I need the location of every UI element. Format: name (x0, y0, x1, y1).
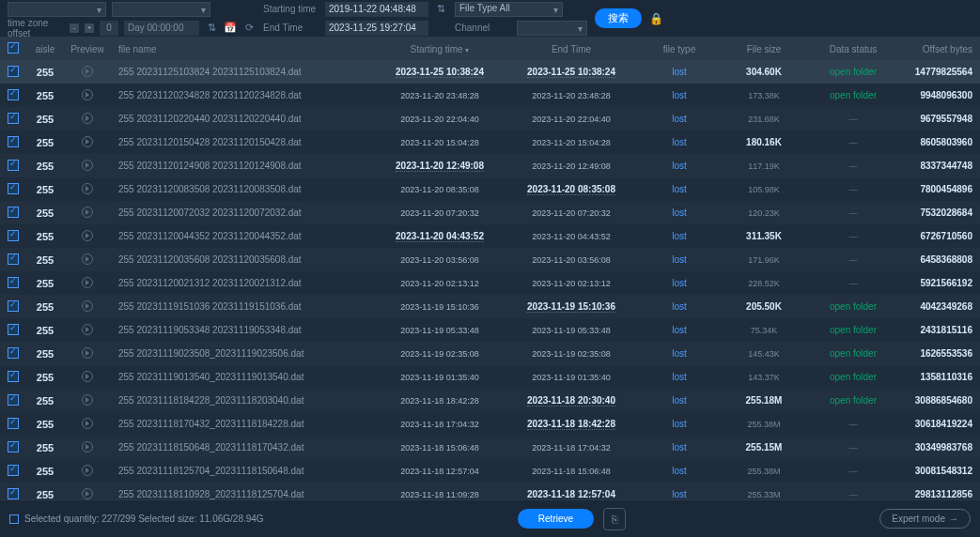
file-name: 255 20231118150648_20231118170432.dat (118, 442, 303, 453)
table-row[interactable]: 255255 20231120035608 20231120035608.dat… (0, 248, 980, 271)
export-icon-button[interactable]: ⎘ (603, 508, 626, 530)
start-time-input[interactable] (325, 2, 428, 17)
row-checkbox[interactable] (8, 183, 19, 194)
table-row[interactable]: 255255 20231120021312 20231120021312.dat… (0, 271, 980, 295)
play-icon[interactable] (82, 183, 93, 194)
expert-mode-button[interactable]: Expert mode→ (879, 509, 971, 529)
header-preview[interactable]: Preview (64, 44, 111, 54)
row-checkbox[interactable] (8, 277, 19, 288)
table-row[interactable]: 255255 20231125103824 20231125103824.dat… (0, 60, 980, 84)
table-row[interactable]: 255255 20231120083508 20231120083508.dat… (0, 177, 980, 201)
play-icon[interactable] (82, 136, 93, 147)
play-icon[interactable] (82, 253, 93, 265)
row-checkbox[interactable] (8, 160, 19, 171)
row-checkbox[interactable] (8, 300, 19, 312)
row-checkbox[interactable] (8, 465, 19, 476)
file-name: 255 20231120083508 20231120083508.dat (118, 184, 302, 194)
table-row[interactable]: 255255 20231120150428 20231120150428.dat… (0, 130, 980, 154)
spinner-icon[interactable]: ⇅ (434, 3, 447, 16)
row-checkbox[interactable] (8, 394, 19, 406)
end-time-input[interactable] (325, 21, 428, 36)
channel-select-2[interactable]: ▾ (112, 2, 210, 17)
header-filename[interactable]: file name (111, 44, 374, 54)
open-folder-link[interactable]: open folder (830, 395, 877, 406)
table-row[interactable]: 255255 20231119151036 20231119151036.dat… (0, 295, 980, 318)
open-folder-link[interactable]: open folder (830, 67, 877, 77)
start-time-value: 2023-11-18 11:09:28 (400, 490, 479, 499)
table-row[interactable]: 255255 20231120072032 20231120072032.dat… (0, 201, 980, 224)
play-icon[interactable] (82, 277, 93, 288)
table-row[interactable]: 255255 20231118184228_20231118203040.dat… (0, 389, 980, 412)
lock-icon[interactable]: 🔒 (649, 12, 663, 25)
play-icon[interactable] (82, 324, 93, 335)
play-icon[interactable] (82, 300, 93, 312)
header-aisle[interactable]: aisle (26, 44, 64, 54)
select-all-checkbox[interactable] (8, 42, 19, 54)
row-checkbox[interactable] (8, 488, 19, 499)
play-icon[interactable] (82, 347, 93, 359)
table-row[interactable]: 255255 20231120124908 20231120124908.dat… (0, 154, 980, 177)
row-checkbox[interactable] (8, 230, 19, 241)
table-row[interactable]: 255255 20231120220440 20231120220440.dat… (0, 107, 980, 130)
row-checkbox[interactable] (8, 347, 19, 359)
play-icon[interactable] (82, 465, 93, 476)
row-checkbox[interactable] (8, 66, 19, 77)
calendar-icon[interactable]: 📅 (224, 22, 237, 35)
play-icon[interactable] (82, 371, 93, 382)
row-checkbox[interactable] (8, 207, 19, 218)
search-button[interactable]: 搜索 (595, 8, 642, 28)
file-size-value: 145.43K (748, 349, 780, 359)
play-icon[interactable] (82, 89, 93, 100)
spin-plus[interactable]: + (85, 23, 94, 33)
channel-select-3[interactable]: ▾ (517, 21, 587, 36)
play-icon[interactable] (82, 207, 93, 218)
table-row[interactable]: 255255 20231119013540_20231119013540.dat… (0, 365, 980, 389)
spinner-icon[interactable]: ⇅ (205, 22, 218, 35)
open-folder-link[interactable]: open folder (830, 325, 877, 335)
table-row[interactable]: 255255 20231119023508_20231119023506.dat… (0, 342, 980, 365)
table-row[interactable]: 255255 20231120044352 20231120044352.dat… (0, 224, 980, 248)
header-file-size[interactable]: File size (722, 44, 806, 54)
row-checkbox[interactable] (8, 253, 19, 265)
play-icon[interactable] (82, 113, 93, 124)
channel-select-1[interactable]: ▾ (8, 2, 106, 17)
open-folder-link[interactable]: open folder (830, 301, 877, 312)
table-row[interactable]: 255255 20231118150648_20231118170432.dat… (0, 436, 980, 459)
play-icon[interactable] (82, 441, 93, 453)
table-row[interactable]: 255255 20231118170432_20231118184228.dat… (0, 412, 980, 436)
row-checkbox[interactable] (8, 418, 19, 429)
header-offset[interactable]: Offset bytes (900, 44, 980, 54)
file-size-value: 231.68K (748, 115, 780, 124)
play-icon[interactable] (82, 394, 93, 406)
play-icon[interactable] (82, 230, 93, 241)
open-folder-link[interactable]: open folder (830, 372, 877, 382)
play-icon[interactable] (82, 160, 93, 171)
day-offset-input[interactable] (100, 21, 118, 36)
table-row[interactable]: 255255 20231118110928_20231118125704.dat… (0, 483, 980, 499)
day-time-input[interactable] (124, 21, 199, 36)
header-file-type[interactable]: file type (637, 44, 722, 54)
file-size-value: 117.19K (748, 161, 780, 171)
header-end-time[interactable]: End Time (506, 44, 637, 54)
row-checkbox[interactable] (8, 136, 19, 147)
open-folder-link[interactable]: open folder (830, 90, 877, 100)
table-row[interactable]: 255255 20231118125704_20231118150648.dat… (0, 459, 980, 483)
row-checkbox[interactable] (8, 371, 19, 382)
row-checkbox[interactable] (8, 113, 19, 124)
spin-minus[interactable]: - (70, 23, 79, 33)
header-data-status[interactable]: Data status (806, 44, 900, 54)
play-icon[interactable] (82, 66, 93, 77)
header-start-time[interactable]: Starting time ▾ (374, 44, 506, 54)
retrieve-button[interactable]: Retrieve (518, 509, 594, 529)
refresh-icon[interactable]: ⟳ (242, 22, 256, 35)
aisle-value: 255 (37, 137, 54, 148)
table-row[interactable]: 255255 20231119053348 20231119053348.dat… (0, 318, 980, 342)
file-type-select[interactable]: File Type All▾ (455, 2, 563, 17)
row-checkbox[interactable] (8, 324, 19, 335)
row-checkbox[interactable] (8, 441, 19, 453)
play-icon[interactable] (82, 418, 93, 429)
row-checkbox[interactable] (8, 89, 19, 100)
open-folder-link[interactable]: open folder (830, 348, 877, 359)
table-row[interactable]: 255255 20231120234828 20231120234828.dat… (0, 84, 980, 107)
play-icon[interactable] (82, 488, 93, 499)
